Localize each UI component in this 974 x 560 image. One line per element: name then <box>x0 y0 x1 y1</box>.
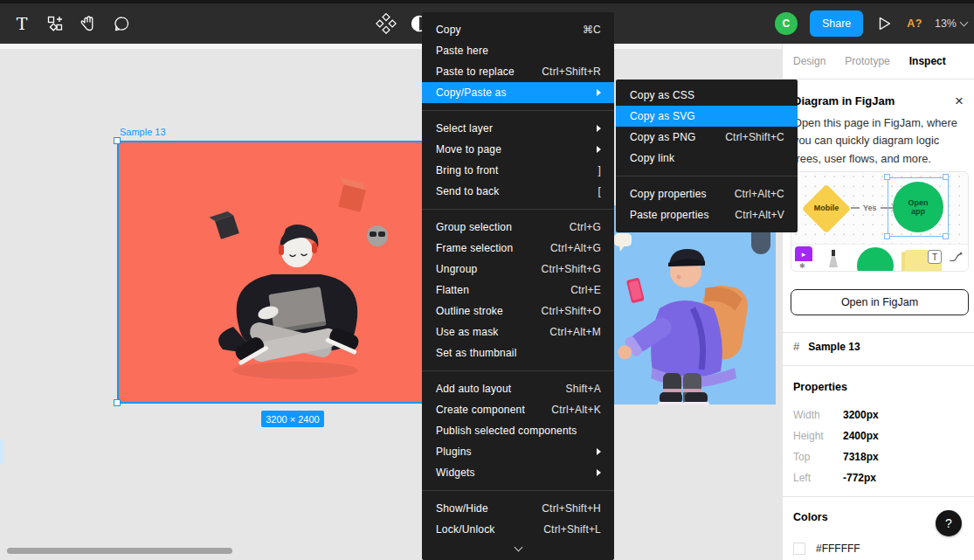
menu-item-set-as-thumbnail[interactable]: Set as thumbnail <box>422 342 614 363</box>
property-label: Left <box>793 472 843 484</box>
menu-item-move-to-page[interactable]: Move to page <box>422 139 614 160</box>
character-blue <box>613 249 750 404</box>
present-play-button[interactable] <box>879 17 891 31</box>
menu-item-paste-to-replace[interactable]: Paste to replaceCtrl+Shift+R <box>422 61 614 82</box>
menu-separator <box>422 110 614 111</box>
divider <box>783 365 974 366</box>
shadow <box>232 362 358 379</box>
text-tool-button[interactable]: T <box>5 6 38 41</box>
salmon-cube <box>333 177 367 212</box>
submenu-item-copy-as-png[interactable]: Copy as PNGCtrl+Shift+C <box>616 127 798 148</box>
resources-tool-button[interactable] <box>38 6 72 41</box>
menu-item-group-selection[interactable]: Group selectionCtrl+G <box>422 217 614 238</box>
colors-heading: Colors <box>793 511 828 523</box>
help-button[interactable]: ? <box>936 510 962 536</box>
color-swatch-white[interactable] <box>793 543 805 555</box>
emoji-ball <box>367 225 388 246</box>
property-value: 3200px <box>843 409 879 421</box>
frame-sample-13[interactable] <box>118 142 467 403</box>
tab-design[interactable]: Design <box>793 55 825 67</box>
menu-item-create-component[interactable]: Create componentCtrl+Alt+K <box>422 399 614 420</box>
menu-separator <box>422 209 614 210</box>
hand-tool-button[interactable] <box>72 6 105 41</box>
property-label: Width <box>793 409 843 421</box>
property-row-top: Top 7318px <box>793 451 964 463</box>
submenu-arrow-icon <box>597 89 601 96</box>
frame-hash-icon: # <box>793 340 799 353</box>
menu-item-bring-to-front[interactable]: Bring to front] <box>422 160 614 181</box>
properties-heading: Properties <box>793 381 847 393</box>
selection-handle-top-left[interactable] <box>114 137 121 144</box>
menu-item-widgets[interactable]: Widgets <box>422 462 614 483</box>
submenu-item-copy-properties[interactable]: Copy propertiesCtrl+Alt+C <box>616 183 798 204</box>
menu-item-show-hide[interactable]: Show/HideCtrl+Shift+H <box>422 498 614 519</box>
share-button[interactable]: Share <box>810 10 863 37</box>
property-value: 7318px <box>843 451 879 463</box>
figjam-section-title: Diagram in FigJam <box>793 94 895 107</box>
submenu-item-paste-properties[interactable]: Paste propertiesCtrl+Alt+V <box>616 204 798 225</box>
tab-inspect[interactable]: Inspect <box>909 55 946 67</box>
horizontal-scrollbar[interactable] <box>7 548 232 554</box>
copy-paste-as-submenu: Copy as CSS Copy as SVG Copy as PNGCtrl+… <box>616 80 798 232</box>
color-swatch-row: #FFFFFF <box>793 543 860 555</box>
menu-scroll-more[interactable] <box>422 540 614 557</box>
menu-item-add-auto-layout[interactable]: Add auto layoutShift+A <box>422 378 614 399</box>
color-hex-value: #FFFFFF <box>816 543 860 555</box>
menu-item-copy-paste-as[interactable]: Copy/Paste as <box>422 82 614 103</box>
figjam-handle-br <box>943 233 949 239</box>
figjam-handle-bl <box>884 233 890 239</box>
inspector-panel: Design Prototype Inspect Diagram in FigJ… <box>783 44 974 560</box>
edge-line <box>851 207 860 209</box>
selected-frame-name: Sample 13 <box>808 341 860 353</box>
figjam-diamonds-icon[interactable] <box>376 13 397 34</box>
text-tool-icon: T <box>17 14 28 33</box>
illustration-person-laptop <box>118 142 467 403</box>
canvas-top-strip <box>0 44 782 49</box>
menu-item-lock-unlock[interactable]: Lock/UnlockCtrl+Shift+L <box>422 519 614 540</box>
frame-label-sample-13[interactable]: Sample 13 <box>120 127 166 137</box>
tab-prototype[interactable]: Prototype <box>845 55 889 67</box>
property-value: -772px <box>843 472 876 484</box>
menu-item-use-as-mask[interactable]: Use as maskCtrl+Alt+M <box>422 321 614 342</box>
submenu-item-copy-link[interactable]: Copy link <box>616 148 798 169</box>
text-mini-icon: T <box>928 250 942 264</box>
speech-bubble <box>614 233 632 252</box>
submenu-arrow-icon <box>597 469 601 476</box>
selected-frame-row: # Sample 13 <box>793 340 860 353</box>
property-row-left: Left -772px <box>793 472 964 484</box>
comment-tool-button[interactable] <box>105 6 138 41</box>
actions-icon <box>47 16 63 31</box>
open-in-figjam-button[interactable]: Open in FigJam <box>791 289 969 315</box>
submenu-item-copy-as-css[interactable]: Copy as CSS <box>616 85 798 106</box>
menu-item-outline-stroke[interactable]: Outline strokeCtrl+Shift+O <box>422 301 614 321</box>
divider <box>783 496 974 497</box>
zoom-level: 13% <box>935 17 957 30</box>
menu-item-paste-here[interactable]: Paste here <box>422 40 614 61</box>
menu-item-publish-selected-components[interactable]: Publish selected components <box>422 420 614 441</box>
figjam-handle-tr <box>943 174 949 180</box>
figjam-diamond-label: Mobile <box>804 204 849 212</box>
close-icon[interactable]: × <box>955 96 964 107</box>
size-badge: 3200 × 2400 <box>261 411 324 427</box>
menu-item-send-to-back[interactable]: Send to back[ <box>422 181 614 202</box>
figjam-handle-tl <box>884 174 890 180</box>
context-menu: Copy⌘C Paste here Paste to replaceCtrl+S… <box>422 12 614 560</box>
comment-icon <box>114 16 130 32</box>
zoom-control[interactable]: 13% <box>935 17 967 30</box>
menu-separator <box>422 370 614 371</box>
dark-cube <box>210 210 239 240</box>
figjam-preview: Mobile Yes Open app ▸ ✱ T <box>791 171 969 272</box>
figjam-edge-label: Yes <box>863 204 877 212</box>
avatar[interactable]: C <box>775 12 798 35</box>
submenu-item-copy-as-svg[interactable]: Copy as SVG <box>616 106 798 127</box>
menu-item-select-layer[interactable]: Select layer <box>422 118 614 139</box>
selection-handle-bottom-left[interactable] <box>114 399 121 406</box>
menu-item-frame-selection[interactable]: Frame selectionCtrl+Alt+G <box>422 238 614 259</box>
property-label: Height <box>793 430 843 442</box>
menu-item-copy[interactable]: Copy⌘C <box>422 19 614 40</box>
accessibility-badge[interactable]: A? <box>907 17 922 30</box>
menu-item-ungroup[interactable]: UngroupCtrl+Shift+G <box>422 259 614 280</box>
marker-icon <box>829 248 838 267</box>
menu-item-plugins[interactable]: Plugins <box>422 441 614 462</box>
menu-item-flatten[interactable]: FlattenCtrl+E <box>422 280 614 301</box>
